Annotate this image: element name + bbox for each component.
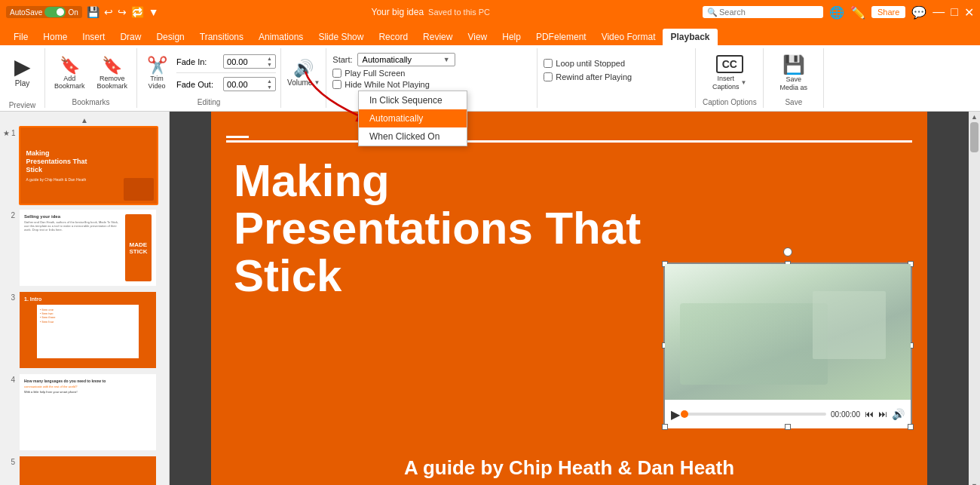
loop-options: Loop until Stopped Rewind after Playing (544, 59, 689, 81)
slide-panel-scroll-up[interactable]: ▲ (3, 115, 166, 126)
video-progress-bar[interactable] (684, 413, 826, 416)
slide-thumb-1[interactable]: MakingPresentations ThatStick A guide by… (19, 126, 158, 205)
scroll-down-arrow[interactable]: ▼ (971, 482, 978, 485)
ribbon-tabs: File Home Insert Draw Design Transitions… (0, 24, 980, 45)
volume-label: Volume (287, 78, 312, 87)
search-input[interactable] (703, 6, 823, 18)
autosave-badge[interactable]: AutoSave On (6, 6, 82, 18)
add-bookmark-label: AddBookmark (54, 75, 85, 91)
video-volume-icon[interactable]: 🔊 (892, 408, 905, 420)
video-forward-icon[interactable]: ⏭ (878, 409, 887, 419)
slide4-body: With a little help from your smart phone… (24, 390, 152, 394)
main-slide: Making Presentations That Stick (211, 112, 927, 485)
tab-draw[interactable]: Draw (112, 29, 149, 45)
maximize-icon[interactable]: □ (951, 5, 958, 19)
save-media-icon[interactable]: 💾 (782, 54, 805, 75)
slide-main-title: Making Presentations That Stick (234, 157, 656, 299)
slide-thumb-4[interactable]: How many languages do you need to know t… (18, 373, 158, 452)
dropdown-item-clicksequence[interactable]: In Click Sequence (359, 91, 467, 109)
save-content: 💾 SaveMedia as (780, 51, 808, 94)
tab-pdfelement[interactable]: PDFelement (528, 29, 594, 45)
tab-playback[interactable]: Playback (663, 29, 717, 45)
editing-content: ✂️ TrimVideo Fade In: 00.00 ▲ ▼ Fa (142, 51, 276, 94)
repeat-icon[interactable]: 🔁 (131, 6, 144, 18)
play-fullscreen-checkbox[interactable] (332, 69, 341, 78)
slide-item-3[interactable]: 3 1. Intro • Item one• Item two• Item th… (3, 290, 166, 370)
slide-item-2[interactable]: 2 Selling your idea Gather and Dan Heath… (3, 208, 166, 287)
rewind-checkbox[interactable] (544, 72, 553, 81)
tab-animations[interactable]: Animations (251, 29, 311, 45)
selection-handle-br[interactable] (908, 424, 914, 430)
hide-not-playing-checkbox[interactable] (332, 80, 341, 89)
tab-record[interactable]: Record (371, 29, 415, 45)
right-scrollbar[interactable]: ▲ ▼ (969, 112, 980, 485)
video-image-detail2 (813, 291, 887, 359)
fade-in-input[interactable]: 00.00 ▲ ▼ (223, 54, 276, 69)
more-tools-icon[interactable]: ▼ (149, 6, 159, 18)
fade-out-down-icon[interactable]: ▼ (267, 84, 272, 90)
start-dropdown-value: Automatically (363, 55, 440, 64)
globe-icon[interactable]: 🌐 (829, 5, 844, 20)
scroll-up-arrow[interactable]: ▲ (971, 113, 978, 121)
cc-icon-box[interactable]: CC (716, 55, 743, 73)
scroll-thumb[interactable] (970, 122, 978, 152)
add-bookmark-button[interactable]: 🔖 AddBookmark (50, 53, 90, 94)
dropdown-item-automatically[interactable]: Automatically (359, 109, 467, 127)
video-progress-thumb[interactable] (681, 410, 688, 418)
slide-thumb-5[interactable]: Just one! Your own.With a little help fr… (18, 455, 158, 485)
slide3-list: • Item one• Item two• Item three• Item f… (40, 308, 136, 324)
share-button[interactable]: Share (871, 6, 905, 18)
minimize-icon[interactable]: — (933, 5, 945, 19)
comments-icon[interactable]: 💬 (911, 5, 926, 20)
slide-item-4[interactable]: 4 How many languages do you need to know… (3, 373, 166, 452)
play-button[interactable]: ▶ Play (8, 51, 38, 91)
undo-icon[interactable]: ↩ (104, 6, 113, 18)
tab-videoformat[interactable]: Video Format (594, 29, 663, 45)
slide1-sub: A guide by Chip Heath & Dan Heath (26, 177, 87, 182)
slide-item-1[interactable]: ★1 MakingPresentations ThatStick A guide… (3, 126, 166, 205)
fade-out-spinner[interactable]: ▲ ▼ (267, 78, 272, 90)
remove-bookmark-button[interactable]: 🔖 RemoveBookmark (93, 53, 133, 94)
tab-file[interactable]: File (6, 29, 35, 45)
captions-dropdown-icon[interactable]: ▼ (741, 79, 747, 86)
tab-view[interactable]: View (460, 29, 495, 45)
slide-item-5[interactable]: 5 Just one! Your own.With a little help … (3, 455, 166, 485)
fade-out-up-icon[interactable]: ▲ (267, 78, 272, 84)
tab-review[interactable]: Review (415, 29, 460, 45)
tab-home[interactable]: Home (35, 29, 75, 45)
trim-video-button[interactable]: ✂️ TrimVideo (142, 53, 172, 94)
file-title: Your big idea (371, 7, 424, 17)
ribbon: ▶ Play Preview 🔖 AddBookmark 🔖 RemoveBoo… (0, 45, 980, 112)
start-dropdown[interactable]: Automatically ▼ (357, 53, 455, 66)
tab-insert[interactable]: Insert (75, 29, 112, 45)
fade-out-input[interactable]: 00.00 ▲ ▼ (223, 77, 276, 91)
selection-handle-bc[interactable] (785, 424, 791, 430)
volume-label-row: Volume ▼ (287, 78, 320, 87)
slide-thumb-2[interactable]: Selling your idea Gather and Dan Heath, … (18, 208, 158, 287)
video-play-button[interactable]: ▶ (671, 407, 680, 422)
fade-in-down-icon[interactable]: ▼ (267, 62, 272, 67)
dropdown-item-whenclicked[interactable]: When Clicked On (359, 127, 467, 146)
close-icon[interactable]: ✕ (964, 5, 974, 20)
fade-in-up-icon[interactable]: ▲ (267, 56, 272, 61)
slide1-title: MakingPresentations ThatStick (26, 149, 87, 173)
redo-icon[interactable]: ↪ (118, 6, 127, 18)
save-icon[interactable]: 💾 (87, 6, 100, 18)
video-back-icon[interactable]: ⏮ (865, 409, 874, 419)
captions-group-label: Caption Options (703, 98, 757, 106)
slide2-title-text: Selling your idea (24, 214, 122, 219)
selection-handle-bl[interactable] (662, 424, 668, 430)
title-bar-center: Your big idea Saved to this PC (371, 7, 490, 17)
tab-slideshow[interactable]: Slide Show (311, 29, 371, 45)
slide-thumb-3[interactable]: 1. Intro • Item one• Item two• Item thre… (18, 290, 158, 370)
fade-in-spinner[interactable]: ▲ ▼ (267, 56, 272, 67)
volume-icon[interactable]: 🔊 (293, 59, 314, 78)
pen-icon[interactable]: ✏️ (850, 5, 865, 20)
tab-transitions[interactable]: Transitions (192, 29, 251, 45)
tab-design[interactable]: Design (149, 29, 191, 45)
tab-help[interactable]: Help (495, 29, 528, 45)
autosave-toggle[interactable] (44, 7, 66, 17)
volume-dropdown-icon[interactable]: ▼ (314, 79, 320, 86)
rotation-handle[interactable] (783, 247, 792, 256)
loop-checkbox[interactable] (544, 59, 553, 68)
